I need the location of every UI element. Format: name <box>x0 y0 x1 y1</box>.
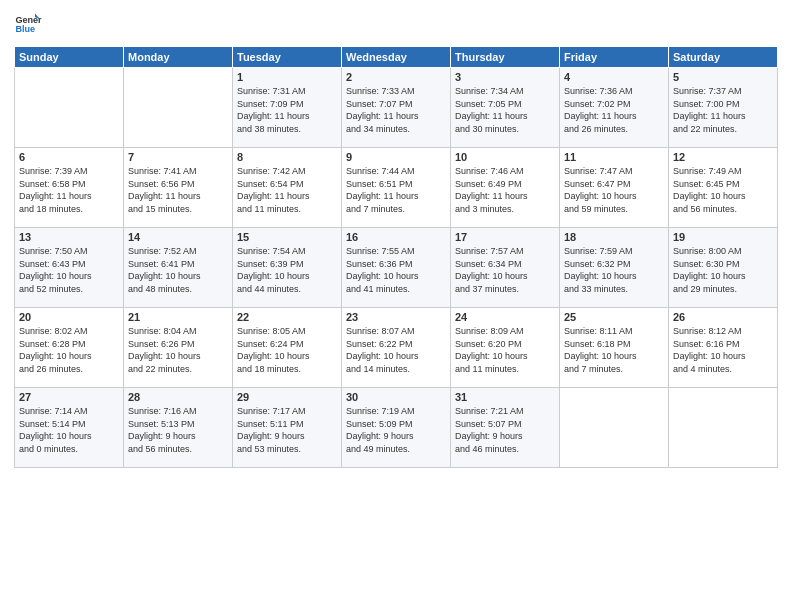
calendar-cell: 12Sunrise: 7:49 AMSunset: 6:45 PMDayligh… <box>669 148 778 228</box>
weekday-header: Saturday <box>669 47 778 68</box>
calendar-cell: 27Sunrise: 7:14 AMSunset: 5:14 PMDayligh… <box>15 388 124 468</box>
day-number: 21 <box>128 311 228 323</box>
day-info: Sunrise: 7:31 AMSunset: 7:09 PMDaylight:… <box>237 85 337 135</box>
day-number: 8 <box>237 151 337 163</box>
calendar-cell: 21Sunrise: 8:04 AMSunset: 6:26 PMDayligh… <box>124 308 233 388</box>
calendar-cell: 3Sunrise: 7:34 AMSunset: 7:05 PMDaylight… <box>451 68 560 148</box>
calendar-cell: 4Sunrise: 7:36 AMSunset: 7:02 PMDaylight… <box>560 68 669 148</box>
day-number: 19 <box>673 231 773 243</box>
day-number: 9 <box>346 151 446 163</box>
day-info: Sunrise: 7:37 AMSunset: 7:00 PMDaylight:… <box>673 85 773 135</box>
day-number: 27 <box>19 391 119 403</box>
calendar-cell: 22Sunrise: 8:05 AMSunset: 6:24 PMDayligh… <box>233 308 342 388</box>
day-number: 22 <box>237 311 337 323</box>
day-info: Sunrise: 7:14 AMSunset: 5:14 PMDaylight:… <box>19 405 119 455</box>
weekday-header: Wednesday <box>342 47 451 68</box>
day-info: Sunrise: 7:52 AMSunset: 6:41 PMDaylight:… <box>128 245 228 295</box>
calendar-cell: 29Sunrise: 7:17 AMSunset: 5:11 PMDayligh… <box>233 388 342 468</box>
calendar-cell: 26Sunrise: 8:12 AMSunset: 6:16 PMDayligh… <box>669 308 778 388</box>
calendar-week-row: 1Sunrise: 7:31 AMSunset: 7:09 PMDaylight… <box>15 68 778 148</box>
calendar-week-row: 13Sunrise: 7:50 AMSunset: 6:43 PMDayligh… <box>15 228 778 308</box>
calendar-cell: 10Sunrise: 7:46 AMSunset: 6:49 PMDayligh… <box>451 148 560 228</box>
day-info: Sunrise: 7:46 AMSunset: 6:49 PMDaylight:… <box>455 165 555 215</box>
weekday-header: Tuesday <box>233 47 342 68</box>
day-number: 12 <box>673 151 773 163</box>
calendar-cell: 15Sunrise: 7:54 AMSunset: 6:39 PMDayligh… <box>233 228 342 308</box>
calendar-cell: 11Sunrise: 7:47 AMSunset: 6:47 PMDayligh… <box>560 148 669 228</box>
calendar-cell: 13Sunrise: 7:50 AMSunset: 6:43 PMDayligh… <box>15 228 124 308</box>
weekday-header: Monday <box>124 47 233 68</box>
day-info: Sunrise: 7:41 AMSunset: 6:56 PMDaylight:… <box>128 165 228 215</box>
day-number: 5 <box>673 71 773 83</box>
day-info: Sunrise: 8:05 AMSunset: 6:24 PMDaylight:… <box>237 325 337 375</box>
calendar-cell <box>669 388 778 468</box>
day-number: 23 <box>346 311 446 323</box>
calendar-cell: 5Sunrise: 7:37 AMSunset: 7:00 PMDaylight… <box>669 68 778 148</box>
day-number: 15 <box>237 231 337 243</box>
day-info: Sunrise: 7:33 AMSunset: 7:07 PMDaylight:… <box>346 85 446 135</box>
calendar-cell: 16Sunrise: 7:55 AMSunset: 6:36 PMDayligh… <box>342 228 451 308</box>
calendar-cell: 14Sunrise: 7:52 AMSunset: 6:41 PMDayligh… <box>124 228 233 308</box>
calendar-cell <box>560 388 669 468</box>
calendar-cell: 9Sunrise: 7:44 AMSunset: 6:51 PMDaylight… <box>342 148 451 228</box>
day-number: 11 <box>564 151 664 163</box>
calendar-cell: 31Sunrise: 7:21 AMSunset: 5:07 PMDayligh… <box>451 388 560 468</box>
calendar-header: SundayMondayTuesdayWednesdayThursdayFrid… <box>15 47 778 68</box>
calendar-cell: 20Sunrise: 8:02 AMSunset: 6:28 PMDayligh… <box>15 308 124 388</box>
weekday-header: Sunday <box>15 47 124 68</box>
day-info: Sunrise: 7:44 AMSunset: 6:51 PMDaylight:… <box>346 165 446 215</box>
day-info: Sunrise: 8:12 AMSunset: 6:16 PMDaylight:… <box>673 325 773 375</box>
day-number: 6 <box>19 151 119 163</box>
day-info: Sunrise: 7:55 AMSunset: 6:36 PMDaylight:… <box>346 245 446 295</box>
calendar-cell: 25Sunrise: 8:11 AMSunset: 6:18 PMDayligh… <box>560 308 669 388</box>
day-info: Sunrise: 7:39 AMSunset: 6:58 PMDaylight:… <box>19 165 119 215</box>
calendar-cell: 24Sunrise: 8:09 AMSunset: 6:20 PMDayligh… <box>451 308 560 388</box>
calendar-cell: 7Sunrise: 7:41 AMSunset: 6:56 PMDaylight… <box>124 148 233 228</box>
day-number: 14 <box>128 231 228 243</box>
day-number: 29 <box>237 391 337 403</box>
calendar-cell: 18Sunrise: 7:59 AMSunset: 6:32 PMDayligh… <box>560 228 669 308</box>
calendar-body: 1Sunrise: 7:31 AMSunset: 7:09 PMDaylight… <box>15 68 778 468</box>
day-number: 24 <box>455 311 555 323</box>
day-info: Sunrise: 7:50 AMSunset: 6:43 PMDaylight:… <box>19 245 119 295</box>
day-info: Sunrise: 8:00 AMSunset: 6:30 PMDaylight:… <box>673 245 773 295</box>
calendar-cell: 17Sunrise: 7:57 AMSunset: 6:34 PMDayligh… <box>451 228 560 308</box>
day-info: Sunrise: 7:36 AMSunset: 7:02 PMDaylight:… <box>564 85 664 135</box>
day-info: Sunrise: 7:42 AMSunset: 6:54 PMDaylight:… <box>237 165 337 215</box>
day-info: Sunrise: 8:02 AMSunset: 6:28 PMDaylight:… <box>19 325 119 375</box>
header: General Blue <box>14 10 778 38</box>
calendar-cell: 19Sunrise: 8:00 AMSunset: 6:30 PMDayligh… <box>669 228 778 308</box>
calendar-cell: 23Sunrise: 8:07 AMSunset: 6:22 PMDayligh… <box>342 308 451 388</box>
day-number: 4 <box>564 71 664 83</box>
day-number: 17 <box>455 231 555 243</box>
calendar: SundayMondayTuesdayWednesdayThursdayFrid… <box>14 46 778 468</box>
weekday-header: Friday <box>560 47 669 68</box>
calendar-cell: 30Sunrise: 7:19 AMSunset: 5:09 PMDayligh… <box>342 388 451 468</box>
day-info: Sunrise: 8:07 AMSunset: 6:22 PMDaylight:… <box>346 325 446 375</box>
calendar-cell: 6Sunrise: 7:39 AMSunset: 6:58 PMDaylight… <box>15 148 124 228</box>
day-info: Sunrise: 7:49 AMSunset: 6:45 PMDaylight:… <box>673 165 773 215</box>
calendar-cell: 28Sunrise: 7:16 AMSunset: 5:13 PMDayligh… <box>124 388 233 468</box>
svg-text:Blue: Blue <box>15 24 35 34</box>
day-info: Sunrise: 8:04 AMSunset: 6:26 PMDaylight:… <box>128 325 228 375</box>
day-info: Sunrise: 7:21 AMSunset: 5:07 PMDaylight:… <box>455 405 555 455</box>
calendar-week-row: 27Sunrise: 7:14 AMSunset: 5:14 PMDayligh… <box>15 388 778 468</box>
calendar-cell: 2Sunrise: 7:33 AMSunset: 7:07 PMDaylight… <box>342 68 451 148</box>
day-number: 3 <box>455 71 555 83</box>
calendar-week-row: 20Sunrise: 8:02 AMSunset: 6:28 PMDayligh… <box>15 308 778 388</box>
day-number: 25 <box>564 311 664 323</box>
day-number: 20 <box>19 311 119 323</box>
calendar-cell: 1Sunrise: 7:31 AMSunset: 7:09 PMDaylight… <box>233 68 342 148</box>
day-number: 2 <box>346 71 446 83</box>
day-info: Sunrise: 8:11 AMSunset: 6:18 PMDaylight:… <box>564 325 664 375</box>
weekday-header: Thursday <box>451 47 560 68</box>
calendar-cell <box>15 68 124 148</box>
day-number: 26 <box>673 311 773 323</box>
logo: General Blue <box>14 10 42 38</box>
day-info: Sunrise: 7:47 AMSunset: 6:47 PMDaylight:… <box>564 165 664 215</box>
day-number: 1 <box>237 71 337 83</box>
calendar-week-row: 6Sunrise: 7:39 AMSunset: 6:58 PMDaylight… <box>15 148 778 228</box>
calendar-cell: 8Sunrise: 7:42 AMSunset: 6:54 PMDaylight… <box>233 148 342 228</box>
day-number: 10 <box>455 151 555 163</box>
logo-icon: General Blue <box>14 10 42 38</box>
